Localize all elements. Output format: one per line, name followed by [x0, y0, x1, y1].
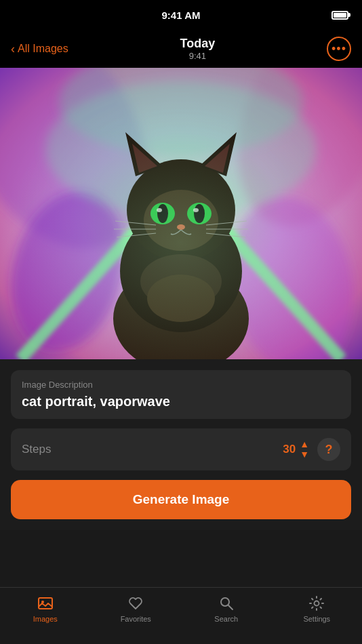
hero-image-svg	[0, 68, 362, 359]
svg-point-38	[315, 601, 319, 606]
back-button[interactable]: ‹ All Images	[11, 42, 68, 56]
hero-image	[0, 68, 362, 359]
description-label: Image Description	[22, 380, 340, 390]
tab-images[interactable]: Images	[0, 595, 91, 623]
search-tab-icon	[218, 595, 235, 612]
svg-point-36	[221, 598, 229, 606]
svg-rect-33	[0, 68, 362, 359]
back-label: All Images	[18, 43, 68, 55]
tab-favorites[interactable]: Favorites	[91, 595, 182, 623]
settings-tab-icon	[308, 595, 325, 612]
tab-search[interactable]: Search	[181, 595, 272, 623]
steps-row: Steps 30 ▲ ▼ ?	[11, 428, 351, 470]
tab-settings[interactable]: Settings	[272, 595, 363, 623]
description-card: Image Description cat portrait, vaporwav…	[11, 370, 351, 419]
steps-up-icon[interactable]: ▲	[300, 439, 309, 449]
tab-search-label: Search	[214, 615, 238, 623]
steps-label: Steps	[22, 443, 283, 456]
back-chevron-icon: ‹	[11, 42, 15, 56]
generate-button[interactable]: Generate Image	[11, 480, 351, 519]
bottom-panel: Image Description cat portrait, vaporwav…	[0, 359, 362, 530]
more-button[interactable]: •••	[327, 37, 351, 61]
steps-value: 30	[283, 443, 296, 456]
svg-rect-34	[39, 598, 52, 609]
status-time: 9:41 AM	[162, 9, 201, 21]
steps-help-button[interactable]: ?	[317, 438, 340, 461]
nav-title: Today	[180, 37, 216, 51]
battery-icon	[331, 11, 348, 20]
images-tab-icon	[37, 595, 54, 612]
more-dots-icon: •••	[331, 43, 346, 55]
tab-bar: Images Favorites Search Settings	[0, 587, 362, 644]
status-bar: 9:41 AM	[0, 0, 362, 30]
favorites-tab-icon	[127, 595, 144, 612]
tab-favorites-label: Favorites	[121, 615, 151, 623]
nav-subtitle: 9:41	[180, 51, 216, 61]
tab-images-label: Images	[33, 615, 58, 623]
nav-title-block: Today 9:41	[180, 37, 216, 61]
svg-line-37	[228, 605, 233, 609]
tab-settings-label: Settings	[303, 615, 330, 623]
steps-stepper[interactable]: ▲ ▼	[300, 439, 309, 460]
description-value: cat portrait, vaporwave	[22, 394, 340, 409]
nav-bar: ‹ All Images Today 9:41 •••	[0, 30, 362, 68]
help-icon: ?	[325, 443, 333, 457]
steps-down-icon[interactable]: ▼	[300, 449, 309, 460]
